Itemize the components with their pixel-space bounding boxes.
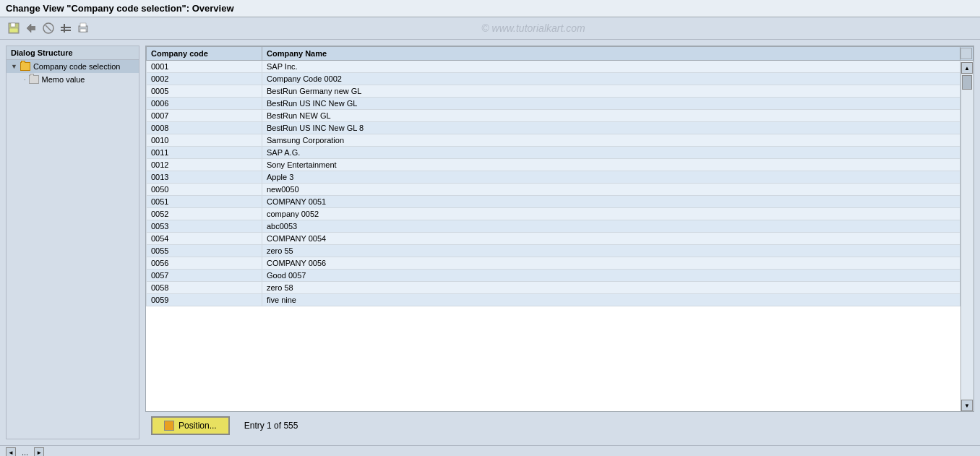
status-text: ...: [22, 448, 28, 456]
scroll-down-btn[interactable]: ▼: [961, 400, 973, 411]
cell-name: Sony Entertainment: [262, 159, 960, 171]
title-bar: Change View "Company code selection": Ov…: [0, 0, 980, 17]
cell-name: zero 55: [262, 245, 960, 257]
table-row[interactable]: 0050new0050: [147, 184, 973, 196]
scroll-up-btn[interactable]: ▲: [961, 62, 973, 74]
expand-icon: ▼: [11, 63, 17, 70]
cancel-icon[interactable]: [40, 20, 56, 36]
cell-code: 0008: [147, 122, 262, 134]
cell-code: 0058: [147, 282, 262, 294]
table-scrollbar: ▲ ▼: [960, 62, 973, 411]
company-code-selection-label: Company code selection: [33, 62, 120, 71]
position-button[interactable]: Position...: [151, 416, 230, 435]
col-header-name: Company Name: [262, 47, 960, 61]
cell-name: Samsung Corporation: [262, 134, 960, 147]
cell-code: 0052: [147, 208, 262, 220]
cell-code: 0007: [147, 110, 262, 122]
table-row[interactable]: 0053abc0053: [147, 220, 973, 233]
col-header-code: Company code: [147, 47, 262, 61]
table-row[interactable]: 0052company 0052: [147, 208, 973, 220]
sidebar-item-memo-value[interactable]: · Memo value: [7, 73, 139, 86]
table-row[interactable]: 0002Company Code 0002: [147, 73, 973, 85]
print-icon[interactable]: [75, 20, 91, 36]
cell-name: BestRun US INC New GL 8: [262, 122, 960, 134]
cell-code: 0054: [147, 233, 262, 245]
cell-name: zero 58: [262, 282, 960, 294]
svg-rect-9: [64, 24, 65, 33]
table-row[interactable]: 0055zero 55: [147, 245, 973, 257]
back-icon[interactable]: [23, 20, 39, 36]
table-container: Company code Company Name 0001SAP Inc.00…: [145, 46, 974, 412]
cell-name: SAP Inc.: [262, 61, 960, 73]
cell-code: 0013: [147, 171, 262, 184]
cell-code: 0011: [147, 147, 262, 159]
cell-code: 0056: [147, 257, 262, 270]
cell-name: Apple 3: [262, 171, 960, 184]
status-bar: ◄ ... ►: [0, 445, 980, 456]
svg-rect-12: [80, 29, 86, 32]
save-icon[interactable]: [6, 20, 22, 36]
entry-count: Entry 1 of 555: [244, 421, 298, 431]
svg-rect-8: [61, 30, 71, 31]
scroll-thumb[interactable]: [962, 75, 972, 90]
table-row[interactable]: 0006BestRun US INC New GL: [147, 98, 973, 110]
svg-marker-3: [27, 24, 31, 33]
table-row[interactable]: 0005BestRun Germany new GL: [147, 85, 973, 98]
status-scroll-right[interactable]: ►: [34, 447, 44, 456]
table-row[interactable]: 0059five nine: [147, 294, 973, 306]
memo-value-label: Memo value: [42, 75, 85, 84]
watermark: © www.tutorialkart.com: [93, 22, 974, 34]
position-button-label: Position...: [179, 421, 217, 431]
cell-name: Company Code 0002: [262, 73, 960, 85]
svg-line-6: [46, 25, 51, 31]
select-all-checkbox[interactable]: [960, 48, 972, 59]
table-row[interactable]: 0012Sony Entertainment: [147, 159, 973, 171]
table-row[interactable]: 0011SAP A.G.: [147, 147, 973, 159]
cell-code: 0050: [147, 184, 262, 196]
company-table: Company code Company Name 0001SAP Inc.00…: [146, 46, 973, 306]
table-row[interactable]: 0057Good 0057: [147, 270, 973, 282]
dialog-structure-header: Dialog Structure: [7, 46, 139, 60]
scrollbar-header: [960, 47, 973, 61]
cell-name: Good 0057: [262, 270, 960, 282]
left-panel: Dialog Structure ▼ Company code selectio…: [6, 46, 139, 439]
table-row[interactable]: 0058zero 58: [147, 282, 973, 294]
cell-name: BestRun NEW GL: [262, 110, 960, 122]
command-icon[interactable]: [58, 20, 74, 36]
table-row[interactable]: 0001SAP Inc.: [147, 61, 973, 73]
cell-name: SAP A.G.: [262, 147, 960, 159]
bottom-bar: Position... Entry 1 of 555: [145, 412, 974, 439]
cell-name: new0050: [262, 184, 960, 196]
status-scroll-left[interactable]: ◄: [6, 447, 16, 456]
cell-code: 0010: [147, 134, 262, 147]
cell-code: 0006: [147, 98, 262, 110]
table-row[interactable]: 0007BestRun NEW GL: [147, 110, 973, 122]
cell-name: BestRun US INC New GL: [262, 98, 960, 110]
cell-code: 0005: [147, 85, 262, 98]
memo-expand-icon: ·: [24, 76, 26, 83]
table-row[interactable]: 0013Apple 3: [147, 171, 973, 184]
svg-rect-4: [31, 26, 35, 30]
sidebar-item-company-code-selection[interactable]: ▼ Company code selection: [7, 60, 139, 73]
cell-code: 0057: [147, 270, 262, 282]
table-row[interactable]: 0008BestRun US INC New GL 8: [147, 122, 973, 134]
cell-name: BestRun Germany new GL: [262, 85, 960, 98]
cell-code: 0053: [147, 220, 262, 233]
svg-rect-1: [11, 23, 15, 27]
cell-name: company 0052: [262, 208, 960, 220]
cell-name: COMPANY 0054: [262, 233, 960, 245]
cell-name: COMPANY 0056: [262, 257, 960, 270]
table-row[interactable]: 0054COMPANY 0054: [147, 233, 973, 245]
page-title: Change View "Company code selection": Ov…: [6, 3, 234, 14]
table-row[interactable]: 0056COMPANY 0056: [147, 257, 973, 270]
main-area: Dialog Structure ▼ Company code selectio…: [0, 40, 980, 445]
scroll-track: [961, 74, 973, 400]
cell-name: COMPANY 0051: [262, 196, 960, 208]
right-panel: Company code Company Name 0001SAP Inc.00…: [145, 46, 974, 439]
cell-code: 0051: [147, 196, 262, 208]
cell-code: 0059: [147, 294, 262, 306]
svg-rect-11: [80, 23, 86, 27]
table-row[interactable]: 0010Samsung Corporation: [147, 134, 973, 147]
cell-code: 0055: [147, 245, 262, 257]
table-row[interactable]: 0051COMPANY 0051: [147, 196, 973, 208]
